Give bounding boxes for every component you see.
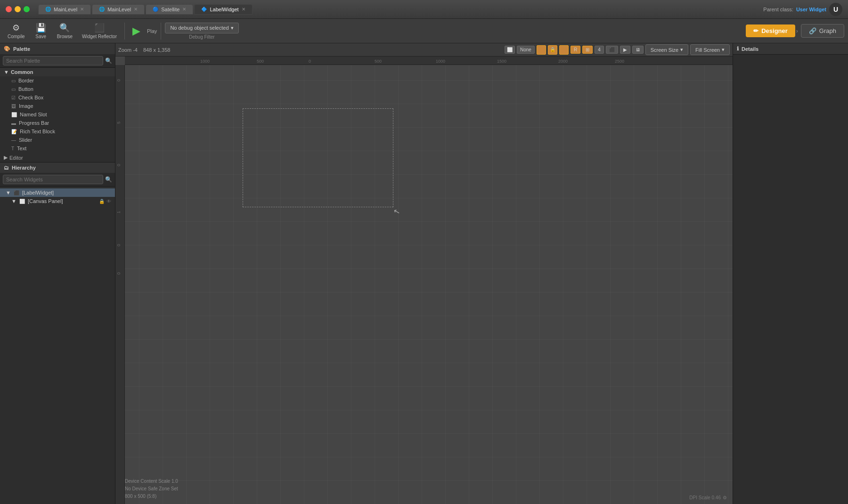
- details-icon: ℹ: [737, 46, 739, 52]
- tab-close-1[interactable]: ✕: [80, 7, 84, 12]
- none-button[interactable]: None: [517, 46, 535, 54]
- num-button[interactable]: 4: [595, 46, 604, 54]
- tab-icon-3: 🔵: [153, 7, 158, 12]
- save-button[interactable]: 💾 Save: [31, 21, 51, 41]
- hierarchy-icon: 🗂: [4, 165, 9, 171]
- image-icon: 🖼: [11, 104, 16, 109]
- compile-button[interactable]: ⚙ Compile: [4, 21, 29, 41]
- canvas-toolbar: Zoom -4 848 x 1,358 ⬜ None 🔒 R ⊞ 4 ⬛ ▶ 🖥…: [115, 43, 733, 57]
- palette-editor-group[interactable]: ▶ Editor: [0, 153, 115, 162]
- unreal-logo: U: [829, 3, 842, 16]
- image-label: Image: [19, 103, 33, 109]
- palette-item-namedslot[interactable]: ⬜ Named Slot: [0, 110, 115, 119]
- palette-item-image[interactable]: 🖼 Image: [0, 102, 115, 110]
- close-button[interactable]: [6, 6, 12, 12]
- r-button[interactable]: R: [571, 46, 580, 54]
- screen-size-dropdown[interactable]: Screen Size ▾: [645, 44, 688, 55]
- arrow-btn-2[interactable]: ▶: [620, 46, 630, 54]
- palette-item-slider[interactable]: — Slider: [0, 136, 115, 144]
- designer-button[interactable]: ✏ Designer: [746, 24, 795, 37]
- hierarchy-search-bar: 🔍: [0, 173, 115, 187]
- palette-search-icon[interactable]: 🔍: [105, 57, 112, 64]
- hierarchy-header[interactable]: 🗂 Hierarchy: [0, 163, 115, 173]
- palette-item-checkbox[interactable]: ☑ Check Box: [0, 93, 115, 102]
- hierarchy-tree: ▼ ⬛ [LabelWidget] ▼ ⬜ [Canvas Panel] 🔒 👁: [0, 187, 115, 504]
- designer-graph-buttons: ✏ Designer › 🔗 Graph: [746, 24, 844, 38]
- progressbar-label: Progress Bar: [19, 120, 49, 126]
- palette-tree: ▼ Common ▭ Border ▭ Button ☑ Check Box 🖼: [0, 68, 115, 162]
- editor-group-arrow-icon: ▶: [4, 154, 8, 161]
- save-icon: 💾: [36, 23, 46, 33]
- tab-mainlevel-2[interactable]: 🌐 MainLevel ✕: [92, 4, 145, 15]
- browse-button[interactable]: 🔍 Browse: [53, 21, 76, 41]
- toolbar: ⚙ Compile 💾 Save 🔍 Browse ⬛ Widget Refle…: [0, 19, 848, 43]
- center-area: Zoom -4 848 x 1,358 ⬜ None 🔒 R ⊞ 4 ⬛ ▶ 🖥…: [115, 43, 733, 504]
- palette-item-text[interactable]: T Text: [0, 144, 115, 153]
- color-btn-3[interactable]: [559, 45, 569, 55]
- right-panel: ℹ Details: [733, 43, 848, 504]
- color-btn-1[interactable]: [537, 45, 546, 55]
- maximize-button[interactable]: [24, 6, 30, 12]
- compile-label: Compile: [8, 34, 25, 39]
- palette-item-progressbar[interactable]: ▬ Progress Bar: [0, 119, 115, 127]
- tab-close-2[interactable]: ✕: [134, 7, 138, 12]
- button-label: Button: [18, 86, 33, 92]
- tab-satellite[interactable]: 🔵 Satellite ✕: [146, 4, 193, 15]
- tab-mainlevel-1[interactable]: 🌐 MainLevel ✕: [38, 4, 91, 15]
- dpi-settings-icon[interactable]: ⚙: [723, 495, 727, 500]
- parent-class-label: Parent class:: [763, 7, 793, 12]
- hierarchy-search-icon[interactable]: 🔍: [105, 176, 112, 183]
- canvas-area[interactable]: 1000 500 0 500 1000 1500 2000 2500 0 5 0…: [115, 57, 733, 504]
- eye-icon[interactable]: 👁: [106, 199, 111, 204]
- slider-label: Slider: [19, 137, 32, 143]
- canvaspanel-controls: 🔒 👁: [99, 199, 111, 204]
- screen-icon-btn[interactable]: 🖥: [632, 46, 644, 54]
- button-icon: ▭: [11, 87, 16, 92]
- common-group-label: Common: [11, 69, 33, 75]
- compile-icon: ⚙: [12, 23, 20, 33]
- fill-screen-dropdown[interactable]: Fill Screen ▾: [690, 44, 730, 55]
- palette-item-border[interactable]: ▭ Border: [0, 76, 115, 85]
- titlebar-right: Parent class: User Widget U: [763, 3, 842, 16]
- dropdown-arrow-icon: ▾: [231, 25, 234, 31]
- dpi-scale-info: DPI Scale 0.46 ⚙: [689, 495, 727, 500]
- canvaspanel-arrow-icon: ▼: [11, 198, 16, 204]
- tab-labelwidget[interactable]: 🔷 LabelWidget ✕: [194, 4, 252, 15]
- checkbox-label: Check Box: [18, 95, 43, 100]
- arrow-btn[interactable]: ⬛: [606, 46, 618, 54]
- hier-item-labelwidget[interactable]: ▼ ⬛ [LabelWidget]: [0, 188, 115, 197]
- designer-icon: ✏: [753, 27, 758, 34]
- grid-button[interactable]: ⊞: [582, 46, 593, 54]
- widget-reflector-button[interactable]: ⬛ Widget Reflector: [78, 21, 121, 41]
- device-scale-label: Device Content Scale 1.0: [125, 478, 178, 485]
- chevron-right-icon: ›: [796, 28, 798, 34]
- debug-filter-label: No debug object selected: [170, 25, 228, 31]
- palette-search-input[interactable]: [3, 56, 103, 65]
- tab-close-3[interactable]: ✕: [182, 7, 186, 12]
- fit-canvas-button[interactable]: ⬜: [505, 46, 515, 54]
- color-btn-2[interactable]: 🔒: [548, 45, 557, 55]
- hier-item-canvaspanel[interactable]: ▼ ⬜ [Canvas Panel] 🔒 👁: [0, 197, 115, 205]
- canvas-content: 1000 500 0 500 1000 1500 2000 2500 0 5 0…: [115, 57, 733, 504]
- palette-item-button[interactable]: ▭ Button: [0, 85, 115, 93]
- parent-class-value: User Widget: [796, 7, 826, 12]
- palette-common-group[interactable]: ▼ Common: [0, 68, 115, 76]
- palette-search-bar: 🔍: [0, 54, 115, 68]
- hierarchy-section: 🗂 Hierarchy 🔍 ▼ ⬛ [LabelWidget] ▼ ⬜ [Can…: [0, 163, 115, 504]
- palette-item-richtextblock[interactable]: 📝 Rich Text Block: [0, 127, 115, 136]
- toolbar-separator-1: [124, 23, 125, 40]
- minimize-button[interactable]: [15, 6, 21, 12]
- ruler-horizontal: 1000 500 0 500 1000 1500 2000 2500: [125, 57, 733, 65]
- widget-reflector-label: Widget Reflector: [82, 34, 117, 39]
- slider-icon: —: [11, 138, 16, 143]
- play-button[interactable]: ▶: [129, 23, 144, 39]
- palette-header[interactable]: 🎨 Palette: [0, 43, 115, 54]
- debug-filter-button[interactable]: No debug object selected ▾: [165, 23, 238, 33]
- lock-icon[interactable]: 🔒: [99, 199, 105, 204]
- hierarchy-search-input[interactable]: [3, 175, 103, 184]
- graph-button[interactable]: 🔗 Graph: [801, 24, 844, 38]
- graph-icon: 🔗: [809, 27, 816, 34]
- widget-reflector-icon: ⬛: [94, 23, 105, 33]
- tab-close-4[interactable]: ✕: [242, 7, 245, 12]
- canvas-controls-right: ⬜ None 🔒 R ⊞ 4 ⬛ ▶ 🖥 Screen Size ▾ Fill …: [505, 44, 730, 55]
